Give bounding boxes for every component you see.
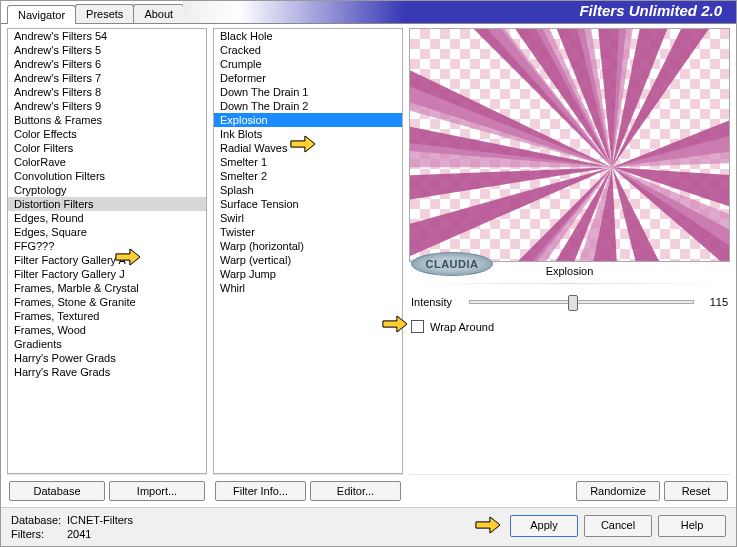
list-item[interactable]: Frames, Wood <box>8 323 206 337</box>
list-item[interactable]: Color Filters <box>8 141 206 155</box>
wrap-around-row: Wrap Around <box>409 310 730 343</box>
category-listbox[interactable]: Andrew's Filters 54Andrew's Filters 5And… <box>8 29 206 473</box>
preview-button-bar: Randomize Reset <box>409 474 730 507</box>
database-info: Database:ICNET-Filters Filters:2041 <box>11 513 133 541</box>
tab-navigator[interactable]: Navigator <box>7 5 76 24</box>
list-item[interactable]: Smelter 2 <box>214 169 402 183</box>
list-item[interactable]: Twister <box>214 225 402 239</box>
filter-listbox[interactable]: Black HoleCrackedCrumpleDeformerDown The… <box>214 29 402 473</box>
list-item[interactable]: Color Effects <box>8 127 206 141</box>
list-item[interactable]: Deformer <box>214 71 402 85</box>
list-item[interactable]: Andrew's Filters 7 <box>8 71 206 85</box>
list-item[interactable]: Ink Blots <box>214 127 402 141</box>
filter-column: Black HoleCrackedCrumpleDeformerDown The… <box>213 28 403 507</box>
intensity-value: 115 <box>702 296 728 308</box>
app-title: Filters Unlimited 2.0 <box>579 2 722 19</box>
list-item[interactable]: Cryptology <box>8 183 206 197</box>
list-item[interactable]: Radial Waves <box>214 141 402 155</box>
list-item[interactable]: Warp (horizontal) <box>214 239 402 253</box>
list-item[interactable]: Andrew's Filters 6 <box>8 57 206 71</box>
filter-list-pane: Black HoleCrackedCrumpleDeformerDown The… <box>213 28 403 474</box>
list-item[interactable]: Splash <box>214 183 402 197</box>
list-item[interactable]: Andrew's Filters 54 <box>8 29 206 43</box>
list-item[interactable]: Andrew's Filters 9 <box>8 99 206 113</box>
list-item[interactable]: Frames, Stone & Granite <box>8 295 206 309</box>
list-item[interactable]: Down The Drain 2 <box>214 99 402 113</box>
list-item[interactable]: ColorRave <box>8 155 206 169</box>
preview-column: CLAUDIA Explosion Intensity 115 Wrap Aro… <box>409 28 730 507</box>
wrap-around-checkbox[interactable] <box>411 320 424 333</box>
watermark-badge: CLAUDIA <box>411 252 493 276</box>
intensity-slider[interactable] <box>469 300 694 304</box>
list-item[interactable]: Swirl <box>214 211 402 225</box>
list-item[interactable]: Whirl <box>214 281 402 295</box>
tab-bar: NavigatorPresetsAbout <box>1 4 183 23</box>
list-item[interactable]: Down The Drain 1 <box>214 85 402 99</box>
list-item[interactable]: Frames, Marble & Crystal <box>8 281 206 295</box>
footer-bar: Database:ICNET-Filters Filters:2041 Appl… <box>1 507 736 546</box>
list-item[interactable]: Warp Jump <box>214 267 402 281</box>
list-item[interactable]: Explosion <box>214 113 402 127</box>
category-list-pane: Andrew's Filters 54Andrew's Filters 5And… <box>7 28 207 474</box>
filter-info-button[interactable]: Filter Info... <box>215 481 306 501</box>
list-item[interactable]: Smelter 1 <box>214 155 402 169</box>
list-item[interactable]: Convolution Filters <box>8 169 206 183</box>
app-window: NavigatorPresetsAbout Filters Unlimited … <box>0 0 737 547</box>
header-row: NavigatorPresetsAbout Filters Unlimited … <box>1 1 736 23</box>
import-button[interactable]: Import... <box>109 481 205 501</box>
list-item[interactable]: Cracked <box>214 43 402 57</box>
reset-button[interactable]: Reset <box>664 481 728 501</box>
main-panel: Andrew's Filters 54Andrew's Filters 5And… <box>1 23 736 507</box>
list-item[interactable]: Gradients <box>8 337 206 351</box>
list-item[interactable]: Frames, Textured <box>8 309 206 323</box>
wrap-around-label: Wrap Around <box>430 321 494 333</box>
help-button[interactable]: Help <box>658 515 726 537</box>
title-bar: Filters Unlimited 2.0 <box>183 1 736 23</box>
list-item[interactable]: Harry's Rave Grads <box>8 365 206 379</box>
list-item[interactable]: Crumple <box>214 57 402 71</box>
footer-buttons: Apply Cancel Help <box>474 515 726 537</box>
tab-about[interactable]: About <box>133 4 184 23</box>
randomize-button[interactable]: Randomize <box>576 481 660 501</box>
effect-name-row: CLAUDIA Explosion <box>409 262 730 283</box>
intensity-row: Intensity 115 <box>409 294 730 310</box>
list-item[interactable]: Andrew's Filters 8 <box>8 85 206 99</box>
list-item[interactable]: Edges, Round <box>8 211 206 225</box>
intensity-thumb[interactable] <box>568 295 578 311</box>
explosion-graphic <box>410 29 729 262</box>
list-item[interactable]: Buttons & Frames <box>8 113 206 127</box>
pointer-icon <box>474 515 504 537</box>
intensity-label: Intensity <box>411 296 461 308</box>
list-item[interactable]: Edges, Square <box>8 225 206 239</box>
preview-image <box>409 28 730 262</box>
list-item[interactable]: Filter Factory Gallery A <box>8 253 206 267</box>
list-item[interactable]: Filter Factory Gallery J <box>8 267 206 281</box>
list-item[interactable]: Harry's Power Grads <box>8 351 206 365</box>
filter-button-bar: Filter Info... Editor... <box>213 474 403 507</box>
editor-button[interactable]: Editor... <box>310 481 401 501</box>
list-item[interactable]: Andrew's Filters 5 <box>8 43 206 57</box>
list-item[interactable]: Warp (vertical) <box>214 253 402 267</box>
cancel-button[interactable]: Cancel <box>584 515 652 537</box>
list-item[interactable]: Surface Tension <box>214 197 402 211</box>
effect-name-label: Explosion <box>546 265 594 277</box>
list-item[interactable]: Black Hole <box>214 29 402 43</box>
apply-button[interactable]: Apply <box>510 515 578 537</box>
list-item[interactable]: Distortion Filters <box>8 197 206 211</box>
database-button[interactable]: Database <box>9 481 105 501</box>
category-column: Andrew's Filters 54Andrew's Filters 5And… <box>7 28 207 507</box>
category-button-bar: Database Import... <box>7 474 207 507</box>
tab-presets[interactable]: Presets <box>75 4 134 23</box>
list-item[interactable]: FFG??? <box>8 239 206 253</box>
